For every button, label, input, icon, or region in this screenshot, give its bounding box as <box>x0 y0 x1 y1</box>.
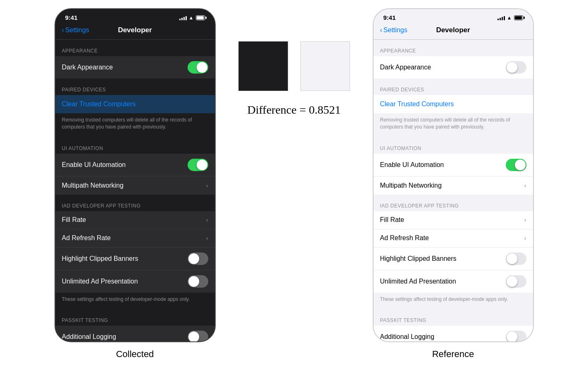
group-passkit-light: Additional Logging Allow HTTP Services D… <box>374 326 533 341</box>
settings-scroll-dark[interactable]: APPEARANCE Dark Appearance PAIRED DEVICE… <box>55 40 215 341</box>
row-enable-ui-auto-dark[interactable]: Enable UI Automation <box>55 154 215 176</box>
section-header-iad-dark: IAD DEVELOPER APP TESTING <box>55 195 215 211</box>
signal-icon-light <box>498 15 505 20</box>
toggle-knob-ui-auto-light <box>515 160 526 170</box>
toggle-dark-appearance-light[interactable] <box>506 61 526 74</box>
label-highlight-clipped-dark: Highlight Clipped Banners <box>62 255 138 262</box>
signal-icon-dark <box>179 15 187 20</box>
toggle-unlimited-ad-dark[interactable] <box>188 275 208 288</box>
reference-phone: 9:41 ▲ ‹ Settings Developer <box>373 8 534 342</box>
row-additional-logging-dark[interactable]: Additional Logging <box>55 326 215 341</box>
row-highlight-clipped-dark[interactable]: Highlight Clipped Banners <box>55 248 215 270</box>
swatch-light <box>300 41 350 91</box>
status-time-dark: 9:41 <box>65 14 78 21</box>
section-header-appearance-dark: APPEARANCE <box>55 40 215 56</box>
row-fill-rate-dark[interactable]: Fill Rate › <box>55 211 215 229</box>
row-enable-ui-auto-light[interactable]: Enable UI Automation <box>374 154 533 176</box>
section-header-ui-auto-light: UI AUTOMATION <box>374 137 533 154</box>
chevron-icon-multipath-dark: › <box>206 182 208 189</box>
group-paired-light: Clear Trusted Computers <box>374 95 533 113</box>
toggle-ui-auto-light[interactable] <box>506 159 526 171</box>
group-ui-auto-dark: Enable UI Automation Multipath Networkin… <box>55 154 215 195</box>
difference-text: Difference = 0.8521 <box>248 103 341 117</box>
wifi-icon-light: ▲ <box>507 15 512 21</box>
chevron-icon-fill-rate-dark: › <box>206 217 208 223</box>
row-clear-trusted-dark[interactable]: Clear Trusted Computers <box>55 95 215 113</box>
row-ad-refresh-rate-dark[interactable]: Ad Refresh Rate › <box>55 229 215 248</box>
reference-label: Reference <box>373 349 534 360</box>
toggle-dark-appearance[interactable] <box>188 61 208 74</box>
note-iad-dark: These settings affect testing of develop… <box>55 293 215 310</box>
label-fill-rate-light: Fill Rate <box>380 216 405 224</box>
row-dark-appearance-light[interactable]: Dark Appearance <box>374 56 533 79</box>
row-multipath-dark[interactable]: Multipath Networking › <box>55 176 215 195</box>
group-appearance-light: Dark Appearance <box>374 56 533 79</box>
label-clear-trusted-light: Clear Trusted Computers <box>380 100 454 108</box>
status-bar-light: 9:41 ▲ <box>374 9 533 24</box>
toggle-knob-unlimited-ad-light <box>507 276 517 287</box>
label-ad-refresh-rate-dark: Ad Refresh Rate <box>62 234 111 242</box>
group-iad-dark: Fill Rate › Ad Refresh Rate › Highlight … <box>55 211 215 293</box>
middle-section: Difference = 0.8521 <box>224 8 364 117</box>
label-dark-appearance-light: Dark Appearance <box>380 64 431 71</box>
group-paired-dark: Clear Trusted Computers <box>55 95 215 113</box>
main-container: 9:41 ▲ ‹ Settings Developer <box>0 8 588 360</box>
back-button-light[interactable]: ‹ Settings <box>380 26 407 34</box>
nav-bar-dark: ‹ Settings Developer <box>55 24 215 40</box>
label-additional-logging-dark: Additional Logging <box>62 333 117 341</box>
chevron-icon-fill-rate-light: › <box>524 217 526 223</box>
label-multipath-light: Multipath Networking <box>380 182 442 189</box>
chevron-icon-ad-refresh-dark: › <box>206 235 208 241</box>
toggle-knob-dark-appearance-light <box>507 62 517 73</box>
section-header-appearance-light: APPEARANCE <box>374 40 533 56</box>
row-fill-rate-light[interactable]: Fill Rate › <box>374 211 533 229</box>
chevron-left-icon-dark: ‹ <box>62 26 64 34</box>
note-paired-light: Removing trusted computers will delete a… <box>374 113 533 137</box>
label-unlimited-ad-dark: Unlimited Ad Presentation <box>62 278 138 285</box>
label-additional-logging-light: Additional Logging <box>380 333 435 341</box>
status-time-light: 9:41 <box>383 14 396 21</box>
toggle-unlimited-ad-light[interactable] <box>506 275 526 288</box>
status-bar-dark: 9:41 ▲ <box>55 9 215 24</box>
label-enable-ui-auto-dark: Enable UI Automation <box>62 161 126 169</box>
toggle-highlight-clipped-light[interactable] <box>506 253 526 265</box>
nav-title-dark: Developer <box>118 26 152 34</box>
back-label-dark[interactable]: Settings <box>65 26 89 34</box>
row-unlimited-ad-dark[interactable]: Unlimited Ad Presentation <box>55 270 215 293</box>
swatch-dark <box>238 41 288 91</box>
back-label-light[interactable]: Settings <box>383 26 407 34</box>
toggle-knob-highlight-clipped-light <box>507 253 517 264</box>
section-header-passkit-dark: PASSKIT TESTING <box>55 309 215 326</box>
color-swatches <box>238 41 350 91</box>
group-passkit-dark: Additional Logging Allow HTTP Services D… <box>55 326 215 341</box>
back-button-dark[interactable]: ‹ Settings <box>62 26 89 34</box>
battery-fill-light <box>515 16 522 19</box>
settings-scroll-light[interactable]: APPEARANCE Dark Appearance PAIRED DEVICE… <box>374 40 533 341</box>
row-additional-logging-light[interactable]: Additional Logging <box>374 326 533 341</box>
row-clear-trusted-light[interactable]: Clear Trusted Computers <box>374 95 533 113</box>
label-multipath-dark: Multipath Networking <box>62 182 124 189</box>
toggle-knob-ui-auto-dark <box>197 160 207 170</box>
toggle-knob-dark-appearance <box>197 62 207 73</box>
toggle-additional-logging-light[interactable] <box>506 331 526 341</box>
group-ui-auto-light: Enable UI Automation Multipath Networkin… <box>374 154 533 195</box>
label-dark-appearance: Dark Appearance <box>62 64 113 71</box>
row-highlight-clipped-light[interactable]: Highlight Clipped Banners <box>374 248 533 270</box>
row-ad-refresh-rate-light[interactable]: Ad Refresh Rate › <box>374 229 533 248</box>
toggle-ui-auto-dark[interactable] <box>188 159 208 171</box>
row-multipath-light[interactable]: Multipath Networking › <box>374 176 533 195</box>
chevron-left-icon-light: ‹ <box>380 26 382 34</box>
nav-title-light: Developer <box>436 26 470 34</box>
group-appearance-dark: Dark Appearance <box>55 56 215 79</box>
chevron-icon-multipath-light: › <box>524 182 526 189</box>
row-dark-appearance[interactable]: Dark Appearance <box>55 56 215 79</box>
section-header-iad-light: IAD DEVELOPER APP TESTING <box>374 195 533 211</box>
toggle-highlight-clipped-dark[interactable] <box>188 253 208 265</box>
section-header-paired-light: PAIRED DEVICES <box>374 79 533 95</box>
status-icons-dark: ▲ <box>179 15 205 21</box>
toggle-additional-logging-dark[interactable] <box>188 331 208 341</box>
label-fill-rate-dark: Fill Rate <box>62 216 86 224</box>
row-unlimited-ad-light[interactable]: Unlimited Ad Presentation <box>374 270 533 293</box>
section-header-passkit-light: PASSKIT TESTING <box>374 309 533 326</box>
toggle-knob-unlimited-ad-dark <box>188 276 199 287</box>
